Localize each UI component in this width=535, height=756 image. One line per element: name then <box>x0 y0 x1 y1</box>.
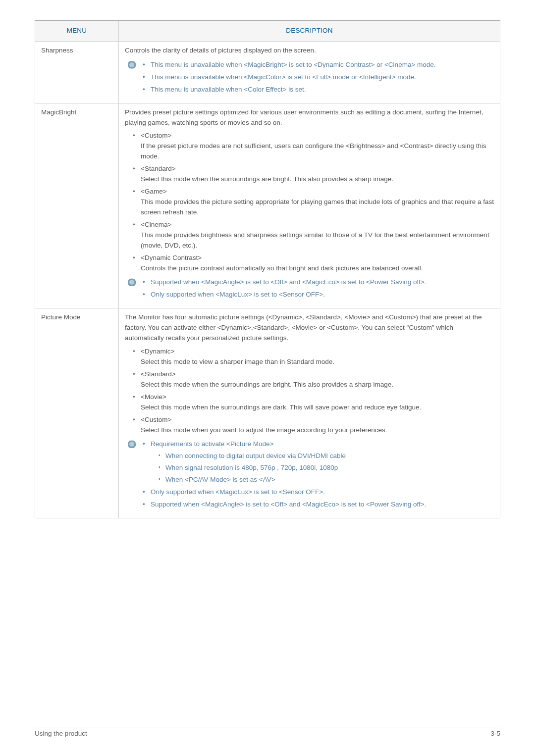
note-item: Supported when <MagicAngle> is set to <O… <box>143 500 494 510</box>
option-text: Controls the picture contrast automatica… <box>141 264 423 272</box>
footer-left: Using the product <box>35 729 87 739</box>
table-row: MagicBright Provides preset picture sett… <box>35 103 500 308</box>
note-item: This menu is unavailable when <MagicBrig… <box>143 60 494 70</box>
note-item: Requirements to activate <Picture Mode> … <box>143 439 494 485</box>
option-title: <Cinema> <box>141 221 171 228</box>
option-text: If the preset picture modes are not suff… <box>141 142 486 160</box>
description-cell: Controls the clarity of details of pictu… <box>119 41 500 103</box>
description-cell: Provides preset picture settings optimiz… <box>119 103 500 308</box>
note-list: Supported when <MagicAngle> is set to <O… <box>143 277 494 300</box>
header-description: Description <box>119 20 500 41</box>
lead-text: The Monitor has four automatic picture s… <box>125 312 494 344</box>
table-row: Sharpness Controls the clarity of detail… <box>35 41 500 103</box>
note-item: This menu is unavailable when <MagicColo… <box>143 72 494 83</box>
option-text: Select this mode when you want to adjust… <box>141 426 387 434</box>
option-title: <Game> <box>141 188 167 195</box>
page-footer: Using the product 3-5 <box>35 729 500 739</box>
note-item: Supported when <MagicAngle> is set to <O… <box>143 277 494 288</box>
option-list: <Custom> If the preset picture modes are… <box>125 131 494 273</box>
note-box: Supported when <MagicAngle> is set to <O… <box>128 277 494 300</box>
lead-text: Controls the clarity of details of pictu… <box>125 46 494 56</box>
menu-label: Sharpness <box>35 41 119 103</box>
header-menu: Menu <box>35 20 119 41</box>
note-item: Only supported when <MagicLux> is set to… <box>143 487 494 498</box>
table-row: Picture Mode The Monitor has four automa… <box>35 308 500 518</box>
list-item: <Game> This mode provides the picture se… <box>133 187 494 218</box>
footer-divider <box>35 727 500 727</box>
note-sublist: When connecting to digital output device… <box>151 451 494 485</box>
note-subitem: When <PC/AV Mode> is set as <AV> <box>159 475 494 485</box>
list-item: <Dynamic> Select this mode to view a sha… <box>133 347 494 367</box>
option-title: <Standard> <box>141 370 176 378</box>
note-subitem: When connecting to digital output device… <box>159 451 494 461</box>
menu-label: Picture Mode <box>35 308 119 518</box>
option-title: <Standard> <box>141 165 176 172</box>
note-box: Requirements to activate <Picture Mode> … <box>128 439 494 510</box>
note-lead: Requirements to activate <Picture Mode> <box>151 440 273 448</box>
lead-text: Provides preset picture settings optimiz… <box>125 107 494 128</box>
list-item: <Custom> Select this mode when you want … <box>133 415 494 436</box>
option-title: <Custom> <box>141 132 171 139</box>
menu-label: MagicBright <box>35 103 119 308</box>
list-item: <Custom> If the preset picture modes are… <box>133 131 494 162</box>
list-item: <Cinema> This mode provides brightness a… <box>133 220 494 251</box>
option-title: <Dynamic> <box>141 348 174 355</box>
option-text: Select this mode when the surroundings a… <box>141 381 393 388</box>
option-text: This mode provides brightness and sharpn… <box>141 231 489 249</box>
option-text: This mode provides the picture setting a… <box>141 198 494 216</box>
note-icon <box>128 278 136 286</box>
note-item: Only supported when <MagicLux> is set to… <box>143 290 494 300</box>
list-item: <Movie> Select this mode when the surrou… <box>133 392 494 413</box>
note-icon <box>128 440 136 448</box>
option-text: Select this mode when the surroundings a… <box>141 175 393 183</box>
footer-right: 3-5 <box>490 729 500 739</box>
description-cell: The Monitor has four automatic picture s… <box>119 308 500 518</box>
note-list: This menu is unavailable when <MagicBrig… <box>143 60 494 95</box>
option-title: <Movie> <box>141 393 166 401</box>
note-list: Requirements to activate <Picture Mode> … <box>143 439 494 510</box>
option-title: <Dynamic Contrast> <box>141 254 202 261</box>
option-text: Select this mode to view a sharper image… <box>141 358 334 365</box>
note-icon <box>128 61 136 69</box>
list-item: <Dynamic Contrast> Controls the picture … <box>133 253 494 274</box>
list-item: <Standard> Select this mode when the sur… <box>133 164 494 185</box>
option-title: <Custom> <box>141 416 171 423</box>
option-text: Select this mode when the surroundings a… <box>141 403 421 411</box>
menu-description-table: Menu Description Sharpness Controls the … <box>35 20 500 518</box>
note-item: This menu is unavailable when <Color Eff… <box>143 85 494 95</box>
note-box: This menu is unavailable when <MagicBrig… <box>128 60 494 95</box>
list-item: <Standard> Select this mode when the sur… <box>133 369 494 390</box>
option-list: <Dynamic> Select this mode to view a sha… <box>125 347 494 435</box>
note-subitem: When signal resolution is 480p, 576p , 7… <box>159 463 494 473</box>
